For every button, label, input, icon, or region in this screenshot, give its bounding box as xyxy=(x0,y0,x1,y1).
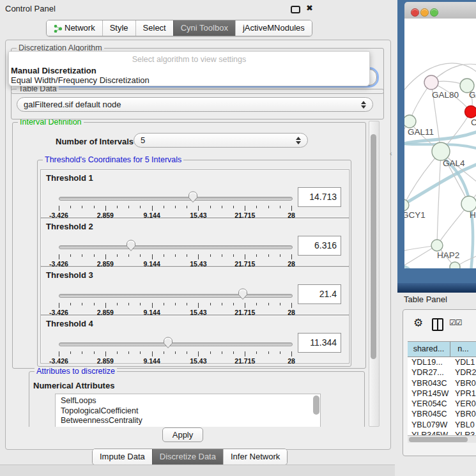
network-node[interactable] xyxy=(465,106,476,118)
number-of-intervals-combobox[interactable]: 5 xyxy=(134,133,308,148)
attributes-group: Attributes to discretize Numerical Attri… xyxy=(29,371,365,427)
table-panel: ⚙ ☑☑ shared... n... YDL19...YDL1YDR27...… xyxy=(403,309,476,456)
table-cell[interactable]: YBL079W xyxy=(408,420,450,430)
column-header-shared[interactable]: shared... xyxy=(408,342,450,357)
ruler-tick xyxy=(233,206,234,208)
table-horizontal-scrollbar[interactable] xyxy=(408,435,476,443)
table-row[interactable]: YBR043CYBR0 xyxy=(408,378,476,388)
table-cell[interactable]: YBR0 xyxy=(450,409,476,419)
node-label: C xyxy=(471,118,476,127)
slider-thumb[interactable] xyxy=(126,240,136,252)
apply-button[interactable]: Apply xyxy=(162,427,203,442)
tab-jactivemnodules[interactable]: jActiveMNodules xyxy=(235,20,312,36)
table-data-combobox[interactable]: galFiltered.sif default node xyxy=(17,97,373,112)
tab-style[interactable]: Style xyxy=(102,20,135,36)
panel-title: Control Panel xyxy=(5,4,56,13)
vertical-scrollbar-thumb[interactable] xyxy=(371,134,376,359)
tab-impute-data[interactable]: Impute Data xyxy=(93,449,152,464)
number-of-intervals-value: 5 xyxy=(141,135,145,145)
zoom-traffic-icon[interactable] xyxy=(430,8,438,17)
attribute-item[interactable]: SelfLoops xyxy=(56,396,320,406)
checkboxes-icon[interactable]: ☑☑ xyxy=(449,318,462,327)
minimize-traffic-icon[interactable] xyxy=(420,8,429,17)
vertical-scrollbar[interactable] xyxy=(369,121,380,427)
algorithm-option-manual[interactable]: Manual Discretization xyxy=(11,66,96,75)
tab-infer-network[interactable]: Infer Network xyxy=(223,449,287,464)
node-label: GCY1 xyxy=(404,210,426,220)
algorithm-option-equal-width[interactable]: Equal Width/Frequency Discretization xyxy=(11,75,150,85)
column-header-name[interactable]: n... xyxy=(450,342,476,357)
threshold-value-field[interactable]: 14.713 xyxy=(298,187,341,207)
tab-network[interactable]: Network xyxy=(47,20,102,36)
table-cell[interactable]: YPR1 xyxy=(450,388,476,399)
ruler-tick xyxy=(105,351,106,357)
threshold-slider[interactable] xyxy=(59,294,293,298)
attribute-item[interactable]: BetweennessCentrality xyxy=(56,416,320,426)
close-icon[interactable]: ✖ xyxy=(306,3,313,13)
network-node[interactable] xyxy=(431,240,443,251)
threshold-slider[interactable] xyxy=(59,197,293,201)
node-table[interactable]: shared... n... YDL19...YDL1YDR27...YDR2Y… xyxy=(408,341,476,435)
slider-thumb[interactable] xyxy=(163,337,173,349)
ruler-tick xyxy=(70,206,71,208)
network-node[interactable] xyxy=(450,262,460,268)
table-cell[interactable]: YDL1 xyxy=(450,357,476,367)
table-row[interactable]: YLR345WYLR3 xyxy=(408,430,476,435)
table-row[interactable]: YDL19...YDL1 xyxy=(408,357,476,367)
network-edge[interactable] xyxy=(404,151,441,205)
table-cell[interactable]: YDL19... xyxy=(408,357,450,367)
table-cell[interactable]: YLR3 xyxy=(450,430,476,435)
table-cell[interactable]: YBL0 xyxy=(450,420,476,430)
splitter-handle-icon[interactable]: ‹ xyxy=(390,150,392,157)
table-cell[interactable]: YBR045C xyxy=(408,409,450,419)
table-row[interactable]: YER054CYER0 xyxy=(408,399,476,409)
threshold-slider[interactable] xyxy=(59,342,293,346)
table-cell[interactable]: YDR27... xyxy=(408,367,450,378)
table-cell[interactable]: YBR0 xyxy=(450,378,476,388)
node-label: GAL80 xyxy=(432,90,459,100)
threshold-value-field[interactable]: 21.4 xyxy=(298,284,341,304)
close-traffic-icon[interactable] xyxy=(411,8,419,17)
table-row[interactable]: YBL079WYBL0 xyxy=(408,420,476,430)
threshold-value-field[interactable]: 6.316 xyxy=(298,236,341,256)
numerical-attributes-list[interactable]: SelfLoopsTopologicalCoefficientBetweenne… xyxy=(55,394,321,427)
attribute-item[interactable]: TopologicalCoefficient xyxy=(56,406,320,417)
gear-icon[interactable]: ⚙ xyxy=(413,316,423,329)
threshold-label: Threshold 1 xyxy=(46,173,93,183)
table-row[interactable]: YBR045CYBR0 xyxy=(408,409,476,419)
table-cell[interactable]: YBR043C xyxy=(408,378,450,388)
float-window-icon[interactable] xyxy=(291,6,300,13)
network-edge[interactable] xyxy=(404,266,413,268)
table-cell[interactable]: YDR2 xyxy=(450,367,476,378)
slider-thumb[interactable] xyxy=(238,288,248,300)
network-window-statusbar xyxy=(397,283,476,293)
network-node[interactable] xyxy=(424,75,438,89)
table-cell[interactable]: YER0 xyxy=(450,399,476,409)
table-hscrollbar-thumb[interactable] xyxy=(409,437,468,442)
network-canvas[interactable]: GAL80GACGAL11GAL4GCY1HHAP2 xyxy=(404,19,476,268)
network-node[interactable] xyxy=(461,196,476,211)
columns-icon[interactable] xyxy=(432,318,443,331)
table-cell[interactable]: YER054C xyxy=(408,399,450,409)
table-row[interactable]: YPR145WYPR1 xyxy=(408,388,476,399)
tab-select[interactable]: Select xyxy=(135,20,173,36)
list-scrollbar[interactable] xyxy=(313,395,319,415)
tab-label: Impute Data xyxy=(100,449,145,464)
ruler-tick xyxy=(245,254,245,259)
ruler-tick xyxy=(280,303,280,305)
ruler-tick xyxy=(268,206,269,208)
threshold-value-field[interactable]: 11.344 xyxy=(298,333,341,353)
threshold-label: Threshold 2 xyxy=(46,222,93,231)
network-window-titlebar[interactable] xyxy=(404,2,476,19)
table-row[interactable]: YDR27...YDR2 xyxy=(408,367,476,378)
slider-thumb[interactable] xyxy=(188,191,198,203)
network-node[interactable] xyxy=(432,142,450,160)
ruler-tick xyxy=(140,254,141,257)
tab-discretize-data[interactable]: Discretize Data xyxy=(152,449,223,464)
network-edge[interactable] xyxy=(437,151,441,245)
threshold-slider[interactable] xyxy=(59,245,293,249)
tab-cyni-toolbox[interactable]: Cyni Toolbox xyxy=(173,20,235,36)
table-cell[interactable]: YLR345W xyxy=(408,430,450,435)
table-cell[interactable]: YPR145W xyxy=(408,388,450,399)
network-node[interactable] xyxy=(404,115,416,128)
